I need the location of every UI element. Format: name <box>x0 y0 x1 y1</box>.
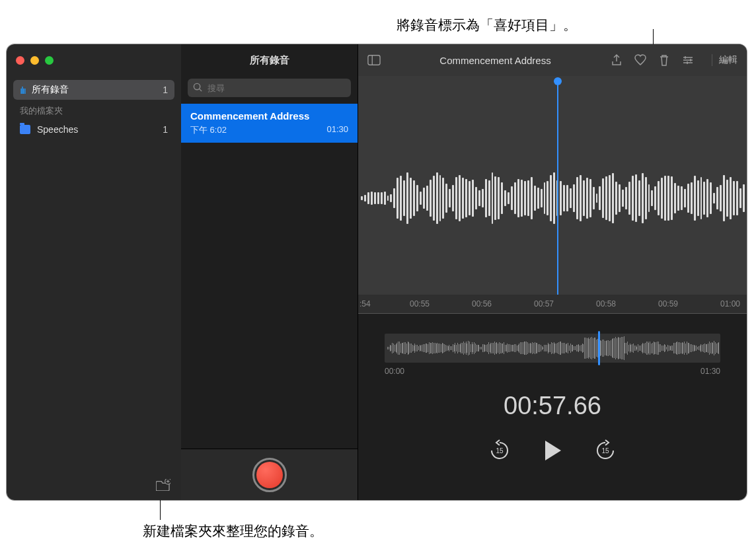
svg-rect-2 <box>368 55 380 65</box>
callout-line <box>160 500 161 520</box>
time-ruler: :54 00:55 00:56 00:57 00:58 00:59 01:00 <box>358 295 747 313</box>
recording-duration: 01:30 <box>326 124 348 136</box>
svg-text:15: 15 <box>601 447 609 454</box>
recordings-list-panel: 所有錄音 Commencement Address 下午 6:02 01:30 <box>181 44 358 500</box>
sidebar-folder-speeches[interactable]: Speeches 1 <box>13 120 174 139</box>
share-button[interactable] <box>610 54 623 67</box>
ruler-tick: 00:55 <box>410 299 430 309</box>
delete-button[interactable] <box>658 54 671 67</box>
minimize-window-button[interactable] <box>30 56 39 65</box>
recording-time: 下午 6:02 <box>190 124 227 136</box>
new-folder-button[interactable] <box>156 479 170 491</box>
sidebar-toggle-button[interactable] <box>367 54 381 66</box>
search-input[interactable] <box>188 79 351 97</box>
sidebar-all-recordings[interactable]: ılıı 所有錄音 1 <box>13 80 174 100</box>
sidebar-folder-label: Speeches <box>37 124 78 135</box>
playhead[interactable] <box>557 81 558 308</box>
overview-playhead[interactable] <box>598 331 600 365</box>
toolbar-title: Commencement Address <box>381 55 610 66</box>
ruler-tick: 00:57 <box>534 299 554 309</box>
overview-start-time: 00:00 <box>385 367 404 376</box>
folder-icon <box>20 125 30 134</box>
skip-forward-button[interactable]: 15 <box>593 439 617 462</box>
sidebar-label: 所有錄音 <box>32 84 69 96</box>
sidebar-section-header: 我的檔案夾 <box>13 100 174 120</box>
settings-button[interactable] <box>681 54 695 67</box>
search-icon <box>193 83 203 92</box>
ruler-tick: :54 <box>359 299 371 309</box>
skip-back-button[interactable]: 15 <box>488 439 511 462</box>
waveform-icon: ılıı <box>20 85 25 96</box>
recording-title: Commencement Address <box>190 110 348 122</box>
annotation-favorite: 將錄音標示為「喜好項目」。 <box>397 16 577 34</box>
edit-button[interactable]: 編輯 <box>712 54 737 66</box>
annotation-new-folder: 新建檔案夾來整理您的錄音。 <box>143 522 323 540</box>
svg-text:15: 15 <box>496 447 504 454</box>
app-window: ılıı 所有錄音 1 我的檔案夾 Speeches 1 所有錄音 <box>7 44 747 500</box>
play-button[interactable] <box>541 439 564 462</box>
overview-waveform[interactable] <box>385 334 720 363</box>
sidebar: ılıı 所有錄音 1 我的檔案夾 Speeches 1 <box>7 44 181 500</box>
toolbar: Commencement Address 編輯 <box>358 44 747 76</box>
favorite-button[interactable] <box>634 54 647 67</box>
sidebar-count: 1 <box>163 85 168 95</box>
main-panel: Commencement Address 編輯 :54 00:55 00:56 … <box>358 44 747 500</box>
ruler-tick: 00:56 <box>472 299 492 309</box>
sidebar-folder-count: 1 <box>163 124 168 135</box>
playback-controls: 15 15 <box>358 439 747 462</box>
recording-list-item[interactable]: Commencement Address 下午 6:02 01:30 <box>181 104 358 143</box>
ruler-tick: 01:00 <box>720 299 740 309</box>
list-header: 所有錄音 <box>181 44 358 76</box>
ruler-tick: 00:59 <box>658 299 678 309</box>
overview-end-time: 01:30 <box>700 367 720 376</box>
record-button[interactable] <box>252 458 287 492</box>
search-box <box>188 79 351 97</box>
svg-point-1 <box>194 83 200 89</box>
waveform-display[interactable]: :54 00:55 00:56 00:57 00:58 00:59 01:00 <box>358 76 747 314</box>
current-time-display: 00:57.66 <box>358 392 747 420</box>
close-window-button[interactable] <box>16 56 24 65</box>
window-controls <box>7 44 181 76</box>
record-bar <box>181 449 358 500</box>
ruler-tick: 00:58 <box>596 299 616 309</box>
fullscreen-window-button[interactable] <box>45 56 54 65</box>
